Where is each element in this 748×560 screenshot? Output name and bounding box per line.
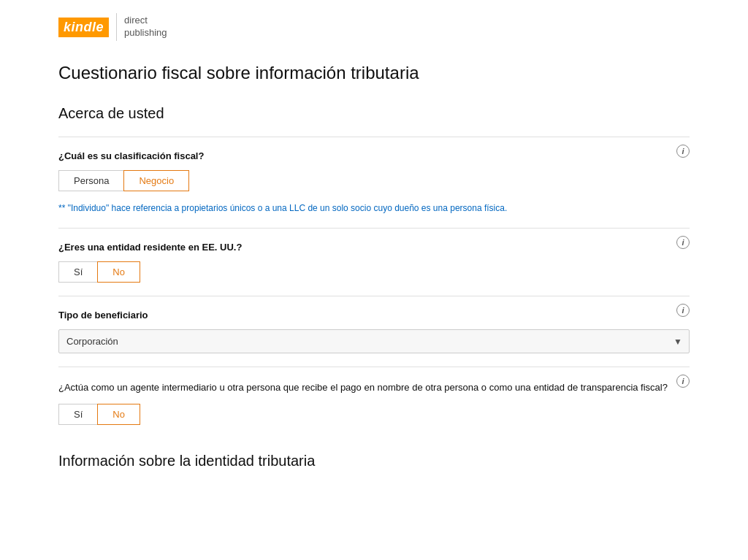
logo-tagline: direct publishing xyxy=(124,15,167,39)
question-us-resident: i ¿Eres una entidad residente en EE. UU.… xyxy=(58,228,690,296)
info-icon-q2[interactable]: i xyxy=(676,236,690,249)
info-icon-q3[interactable]: i xyxy=(676,304,690,317)
page-title: Cuestionario fiscal sobre información tr… xyxy=(58,63,690,83)
header: kindle direct publishing xyxy=(58,0,690,55)
q1-label: ¿Cuál es su clasificación fiscal? xyxy=(58,150,690,161)
info-icon-q1[interactable]: i xyxy=(676,145,690,158)
q2-toggle-group: Sí No xyxy=(58,261,690,283)
q1-negocio-button[interactable]: Negocio xyxy=(123,170,189,191)
q1-persona-button[interactable]: Persona xyxy=(58,170,123,191)
kindle-logo: kindle direct publishing xyxy=(58,13,167,41)
q4-label: ¿Actúa como un agente intermediario u ot… xyxy=(58,380,690,395)
q2-label: ¿Eres una entidad residente en EE. UU.? xyxy=(58,242,690,253)
q1-note: ** "Individuo" hace referencia a propiet… xyxy=(58,202,690,215)
q4-toggle-group: Sí No xyxy=(58,404,690,425)
q4-si-button[interactable]: Sí xyxy=(58,404,97,425)
section-about-heading: Acerca de usted xyxy=(58,105,690,122)
section-identity-heading: Información sobre la identidad tributari… xyxy=(58,445,690,469)
question-beneficiary-type: i Tipo de beneficiario Corporación Indiv… xyxy=(58,296,690,367)
q2-si-button[interactable]: Sí xyxy=(58,261,97,283)
kindle-wordmark: kindle xyxy=(58,18,109,37)
q3-select-wrapper: Corporación Individual Sociedad Entidad … xyxy=(58,329,690,353)
info-icon-q4[interactable]: i xyxy=(676,375,690,388)
question-fiscal-classification: i ¿Cuál es su clasificación fiscal? Pers… xyxy=(58,137,690,228)
q2-no-button[interactable]: No xyxy=(97,261,140,283)
question-intermediary-agent: i ¿Actúa como un agente intermediario u … xyxy=(58,367,690,438)
q3-label: Tipo de beneficiario xyxy=(58,310,690,321)
q1-toggle-group: Persona Negocio xyxy=(58,170,690,191)
q4-no-button[interactable]: No xyxy=(97,404,140,425)
beneficiary-type-select[interactable]: Corporación Individual Sociedad Entidad … xyxy=(58,329,690,353)
logo-divider xyxy=(116,13,117,41)
page-container: kindle direct publishing Cuestionario fi… xyxy=(0,0,748,499)
